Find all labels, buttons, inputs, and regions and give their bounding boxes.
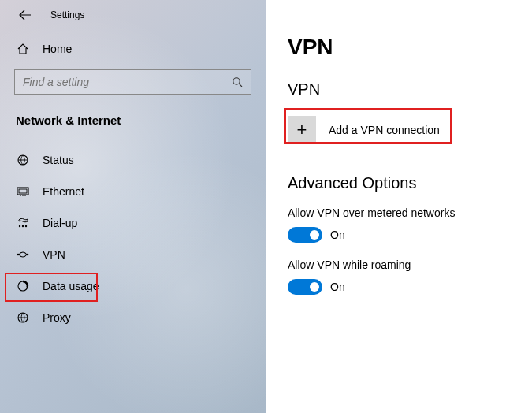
advanced-options-heading: Advanced Options [288, 174, 510, 192]
toggle-state: On [330, 281, 345, 293]
sidebar-item-label: Status [43, 154, 74, 166]
search-icon [232, 76, 243, 87]
home-label: Home [43, 43, 72, 55]
sidebar-item-vpn[interactable]: VPN [0, 239, 266, 270]
dialup-icon [16, 217, 30, 229]
page-title: VPN [288, 35, 510, 60]
sidebar: Settings Home Network & Internet Status [0, 0, 266, 413]
svg-rect-3 [19, 189, 27, 193]
section-heading: VPN [288, 80, 510, 99]
status-icon [16, 154, 30, 166]
svg-point-0 [233, 78, 240, 84]
sidebar-item-label: Proxy [43, 311, 71, 324]
option-label: Allow VPN while roaming [288, 259, 510, 271]
toggle-metered[interactable] [288, 227, 322, 243]
plus-icon: + [288, 116, 316, 144]
category-header: Network & Internet [0, 109, 266, 141]
svg-point-7 [17, 254, 20, 256]
search-box[interactable] [14, 69, 251, 95]
sidebar-item-status[interactable]: Status [0, 144, 266, 176]
sidebar-item-label: Dial-up [43, 217, 77, 229]
option-metered: Allow VPN over metered networks On [288, 206, 510, 243]
svg-point-8 [27, 254, 29, 256]
sidebar-item-datausage[interactable]: Data usage [0, 270, 266, 302]
proxy-icon [16, 311, 30, 324]
toggle-state: On [330, 229, 345, 241]
search-input[interactable] [23, 76, 232, 88]
sidebar-item-dialup[interactable]: Dial-up [0, 207, 266, 239]
svg-point-4 [19, 225, 20, 227]
option-label: Allow VPN over metered networks [288, 206, 510, 219]
svg-point-6 [25, 225, 27, 227]
sidebar-item-proxy[interactable]: Proxy [0, 302, 266, 333]
sidebar-item-label: Data usage [43, 280, 99, 292]
sidebar-item-label: Ethernet [43, 185, 84, 198]
ethernet-icon [16, 186, 30, 197]
app-title: Settings [50, 9, 84, 20]
vpn-icon [16, 249, 30, 260]
sidebar-item-ethernet[interactable]: Ethernet [0, 176, 266, 207]
add-vpn-button[interactable]: + Add a VPN connection [288, 113, 446, 147]
back-arrow-icon[interactable] [19, 9, 32, 20]
option-roaming: Allow VPN while roaming On [288, 259, 510, 295]
sidebar-item-label: VPN [43, 248, 65, 261]
sidebar-home[interactable]: Home [0, 33, 266, 65]
home-icon [16, 43, 30, 55]
content-pane: VPN VPN + Add a VPN connection Advanced … [266, 0, 532, 413]
data-usage-icon [16, 280, 30, 292]
add-vpn-label: Add a VPN connection [329, 124, 440, 136]
toggle-roaming[interactable] [288, 279, 322, 295]
svg-point-5 [22, 225, 24, 227]
